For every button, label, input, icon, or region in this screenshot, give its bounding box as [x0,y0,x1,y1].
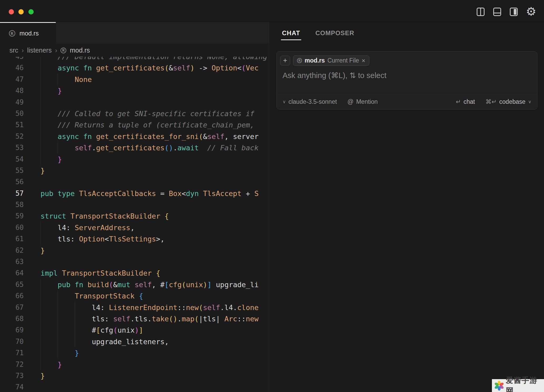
line-number: 67 [0,302,24,313]
line-number: 74 [0,381,24,392]
at-icon: @ [347,98,354,105]
code-text: /// Returns a tuple of (certificate_chai… [41,119,254,131]
watermark: 爱酱手游网 [492,379,544,392]
code-text: l4: ServerAddress, [41,222,135,233]
submit-codebase-button[interactable]: codebase [499,98,526,105]
code-text: pub type TlsAcceptCallbacks = Box<dyn Tl… [41,188,259,199]
toggle-secondary-sidebar-icon[interactable] [510,7,518,17]
line-number: 55 [0,165,24,176]
chat-input-placeholder[interactable]: Ask anything (⌘L), ⇅ to select [283,71,386,80]
line-number: 46 [0,62,24,74]
line-number: 72 [0,359,24,370]
code-text: } [41,370,45,381]
settings-gear-icon[interactable]: ⚙ [525,5,537,18]
line-number: 53 [0,142,24,153]
line-number: 65 [0,279,24,290]
code-text: /// Default implementation returns None,… [41,57,267,62]
line-number: 60 [0,222,24,233]
indent-guide [75,302,75,347]
breadcrumb-separator-icon: › [22,47,24,54]
add-context-button[interactable]: + [280,56,290,65]
code-text: impl TransportStackBuilder { [41,267,160,279]
indent-guide [41,279,41,370]
line-number: 52 [0,131,24,142]
indent-guide [41,57,41,165]
tab-chat[interactable]: CHAT [282,22,300,44]
line-number: 58 [0,199,24,210]
breadcrumb-separator-icon: › [55,47,57,54]
breadcrumb-segment-listeners[interactable]: listeners [27,47,52,54]
line-number: 66 [0,290,24,302]
code-text: } [41,154,62,165]
chip-file-name: mod.rs [305,57,325,64]
minimize-window-button[interactable] [18,9,24,14]
code-text: #[cfg(unix)] [41,324,143,336]
code-line: 56 [0,176,269,188]
split-editor-icon[interactable] [476,7,485,17]
chip-file-status: Current File [328,57,359,64]
line-number: 54 [0,154,24,165]
code-text: pub fn build(&mut self, #[cfg(unix)] upg… [41,279,259,290]
model-selector[interactable]: claude-3.5-sonnet [288,98,337,105]
watermark-flower-icon [493,380,504,391]
code-text: tls: Option<TlsSettings>, [41,233,164,245]
chat-panel-tabs: CHAT COMPOSER [269,22,544,44]
code-text: tls: self.tls.take().map(|tls| Arc::new [41,313,259,324]
chat-input-card[interactable]: + R mod.rs Current File × Ask anything (… [276,51,537,110]
code-text: struct TransportStackBuilder { [41,210,169,222]
code-line: 64impl TransportStackBuilder { [0,267,269,279]
code-text: l4: ListenerEndpoint::new(self.l4.clone [41,302,259,313]
indent-guide [58,290,58,359]
line-number: 69 [0,324,24,336]
code-text: /// Called to get SNI-specific certifica… [41,108,254,119]
cmd-return-key-icon: ⌘↵ [486,98,497,105]
rust-file-icon: R [9,30,15,37]
line-number: 64 [0,267,24,279]
tab-strip-empty-area [56,22,269,44]
line-number: 57 [0,188,24,199]
watermark-text: 爱酱手游网 [506,375,544,392]
chevron-down-icon: ∨ [283,99,286,105]
app-window: ⚙ R mod.rs src › listeners › R mod.rs 45… [0,0,544,392]
close-window-button[interactable] [9,9,14,14]
code-line: 57pub type TlsAcceptCallbacks = Box<dyn … [0,188,269,199]
code-text: } [41,85,62,96]
indent-guide [58,142,58,153]
line-number: 50 [0,108,24,119]
line-number: 63 [0,256,24,267]
line-number: 68 [0,313,24,324]
mention-button[interactable]: Mention [356,98,378,105]
code-line: 58 [0,199,269,210]
indent-guide [58,74,58,85]
code-line: 74 [0,381,269,392]
line-number: 49 [0,97,24,108]
code-editor-viewport[interactable]: 45 /// Default implementation returns No… [0,57,269,392]
line-number: 62 [0,245,24,256]
rust-file-icon: R [297,58,302,63]
submit-chat-button[interactable]: chat [464,98,475,105]
zoom-window-button[interactable] [28,9,34,14]
code-text: } [41,347,79,359]
line-number: 45 [0,57,24,62]
rust-file-icon: R [61,48,66,53]
context-file-chip[interactable]: R mod.rs Current File × [293,55,369,66]
chat-input-footer: ∨ claude-3.5-sonnet @ Mention ↵ chat ⌘↵ … [277,94,537,109]
line-number: 47 [0,74,24,85]
toggle-bottom-panel-icon[interactable] [493,7,501,17]
title-bar: ⚙ [0,0,544,22]
line-number: 56 [0,176,24,188]
code-text: None [41,74,92,85]
editor-tab-strip: R mod.rs [0,22,269,44]
breadcrumb-file[interactable]: mod.rs [70,47,90,54]
line-number: 51 [0,119,24,131]
breadcrumb-segment-src[interactable]: src [9,47,18,54]
tab-composer[interactable]: COMPOSER [315,22,354,44]
tab-mod-rs[interactable]: R mod.rs [0,22,56,44]
line-number: 71 [0,347,24,359]
code-text: self.get_certificates().await // Fall ba… [41,142,259,153]
code-text: async fn get_certificates(&self) -> Opti… [41,62,259,74]
indent-guide [41,222,41,245]
chip-close-icon[interactable]: × [362,57,365,64]
code-text: TransportStack { [41,290,143,302]
breadcrumb: src › listeners › R mod.rs [0,44,269,57]
